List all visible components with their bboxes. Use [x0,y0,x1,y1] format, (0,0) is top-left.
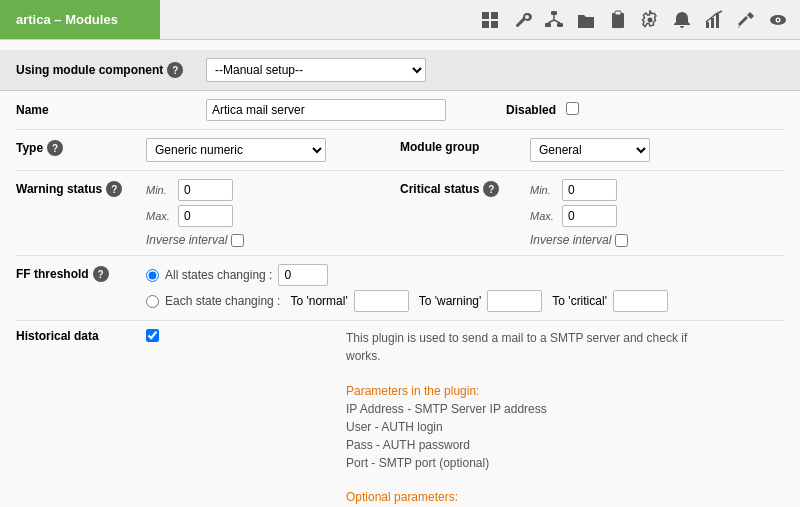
critical-inverse-label: Inverse interval [530,233,611,247]
critical-max-row: Max. [530,205,784,227]
svg-rect-0 [482,12,489,19]
warning-max-label: Max. [146,210,174,222]
svg-line-8 [548,20,554,23]
disabled-label: Disabled [506,103,556,117]
warning-label: Warning status ? [16,179,146,197]
ff-threshold-row: FF threshold ? All states changing : Eac… [16,256,784,321]
icon-eye[interactable] [764,6,792,34]
ff-all-states-label: All states changing : [165,268,272,282]
icon-settings[interactable] [636,6,664,34]
warning-max-input[interactable] [178,205,233,227]
type-col-right: Module group General [400,138,784,162]
using-module-control: --Manual setup-- [206,58,426,82]
critical-col: Critical status ? Min. Max. Inverse inte… [400,179,784,247]
using-module-select[interactable]: --Manual setup-- [206,58,426,82]
critical-min-row: Min. [530,179,784,201]
historical-data-left [146,329,346,507]
svg-point-18 [777,18,779,20]
historical-data-right: This plugin is used to send a mail to a … [146,329,784,507]
ff-threshold-label: FF threshold ? [16,264,146,282]
icon-network[interactable] [540,6,568,34]
ff-to-warning-label: To 'warning' [419,294,482,308]
svg-line-9 [554,20,560,23]
ff-threshold-help-icon[interactable]: ? [93,266,109,282]
critical-controls: Min. Max. Inverse interval [530,179,784,247]
using-module-label: Using module component ? [16,62,206,78]
critical-min-label: Min. [530,184,558,196]
ff-to-critical-input[interactable] [613,290,668,312]
ff-each-state-label: Each state changing : [165,294,280,308]
icon-clipboard[interactable] [604,6,632,34]
app-title: artica – Modules [0,0,160,39]
main-content: Using module component ? --Manual setup-… [0,40,800,507]
warning-min-row: Min. [146,179,400,201]
ff-to-normal-input[interactable] [354,290,409,312]
module-group-select[interactable]: General [530,138,650,162]
ff-threshold-controls: All states changing : Each state changin… [146,264,784,312]
warning-max-row: Max. [146,205,400,227]
plugin-info-line1: This plugin is used to send a mail to a … [346,331,687,345]
type-row: Type ? Generic numeric Module group Gene… [16,130,784,171]
svg-rect-1 [491,12,498,19]
name-control: Disabled [206,99,784,121]
warning-inverse-checkbox[interactable] [231,234,244,247]
status-row: Warning status ? Min. Max. Inverse inter… [16,171,784,256]
svg-rect-14 [711,18,714,28]
svg-rect-5 [545,23,551,27]
name-row: Name Disabled [16,91,784,130]
critical-max-label: Max. [530,210,558,222]
plugin-param-pass: Pass - AUTH password [346,438,470,452]
svg-rect-15 [716,14,719,28]
module-group-label: Module group [400,138,530,154]
disabled-checkbox[interactable] [566,102,579,115]
historical-data-checkbox[interactable] [146,329,159,342]
warning-help-icon[interactable]: ? [106,181,122,197]
warning-controls: Min. Max. Inverse interval [146,179,400,247]
plugin-optional-label: Optional parameters: [346,490,458,504]
ff-to-critical-label: To 'critical' [552,294,607,308]
using-module-row: Using module component ? --Manual setup-… [0,50,800,91]
critical-min-input[interactable] [562,179,617,201]
critical-inverse-checkbox[interactable] [615,234,628,247]
top-bar: artica – Modules [0,0,800,40]
warning-inverse-label: Inverse interval [146,233,227,247]
icon-folder[interactable] [572,6,600,34]
svg-rect-4 [551,11,557,15]
plugin-params-label: Parameters in the plugin: [346,384,479,398]
plugin-info: This plugin is used to send a mail to a … [346,329,784,507]
critical-label: Critical status ? [400,179,530,197]
ff-all-states-option: All states changing : [146,264,784,286]
svg-point-12 [648,17,653,22]
icon-wrench[interactable] [508,6,536,34]
warning-col: Warning status ? Min. Max. Inverse inter… [16,179,400,247]
type-help-icon[interactable]: ? [47,140,63,156]
plugin-info-line2: works. [346,349,381,363]
critical-help-icon[interactable]: ? [483,181,499,197]
icon-tools[interactable] [732,6,760,34]
type-col-left: Type ? Generic numeric [16,138,400,162]
icon-dashboard[interactable] [476,6,504,34]
warning-min-label: Min. [146,184,174,196]
critical-max-input[interactable] [562,205,617,227]
name-input[interactable] [206,99,446,121]
svg-rect-2 [482,21,489,28]
historical-data-row: Historical data This plugin is used to s… [16,321,784,507]
icon-chart[interactable] [700,6,728,34]
plugin-param-ip: IP Address - SMTP Server IP address [346,402,547,416]
module-group-controls: General [530,138,784,162]
critical-inverse-row: Inverse interval [530,233,784,247]
toolbar-icons [476,6,800,34]
plugin-param-port: Port - SMTP port (optional) [346,456,489,470]
name-label: Name [16,103,206,117]
ff-all-states-radio[interactable] [146,269,159,282]
ff-to-warning-input[interactable] [487,290,542,312]
icon-bell[interactable] [668,6,696,34]
using-module-help-icon[interactable]: ? [167,62,183,78]
warning-min-input[interactable] [178,179,233,201]
svg-rect-13 [706,22,709,28]
type-select[interactable]: Generic numeric [146,138,326,162]
svg-rect-6 [557,23,563,27]
svg-rect-11 [615,11,621,15]
ff-all-states-input[interactable] [278,264,328,286]
ff-each-state-radio[interactable] [146,295,159,308]
